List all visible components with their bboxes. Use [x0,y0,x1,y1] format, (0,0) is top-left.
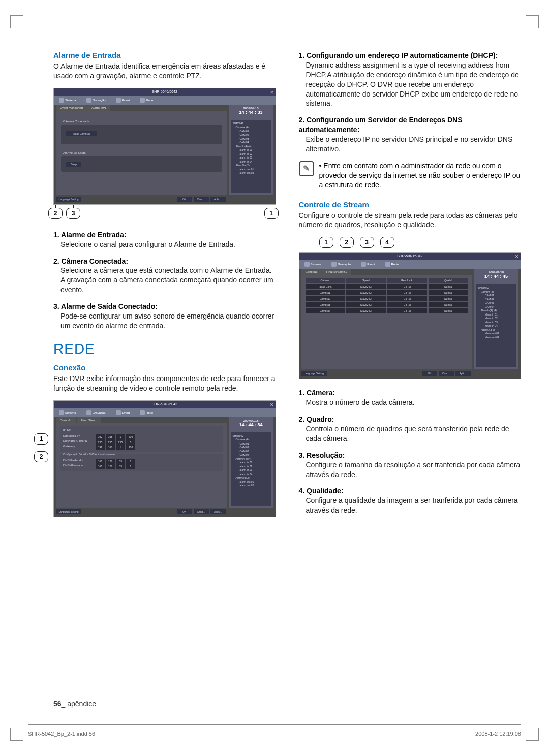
ip-oct: 200 [126,434,135,439]
th-speed: Speed [346,278,386,283]
tb-event: Event [122,99,130,102]
scr-toolbar: Sistema Gravação Event Rede SAMSUNG [54,96,276,105]
print-file: SHR-5042_Bp_2-1.indd 56 [28,731,95,737]
para-controle-stream: Configure o controle de stream pela rede… [299,211,522,230]
ip-oct: 168 [106,434,115,439]
tree-cam2: CAM 02 [478,298,514,302]
item-1-head: 1. Alarme de Entrada: [53,230,276,240]
scr-bottom-bar: Language Setting OK Canc... Aplic... [56,509,227,515]
tab-conexao: Conexão [56,417,76,423]
btn-ok: OK [422,371,437,376]
panel-alarme-saida: Alarme de Saída Beep [61,156,222,172]
td-qual: Normal [429,296,468,301]
tb-system: Sistema [311,263,322,266]
item-3-body: Pode-se configurar um aviso sonoro de em… [60,311,276,331]
th-camera: Câmera [306,278,345,283]
td-speed: (352x240) [346,302,386,307]
panel-camera-conectada: Câmera Conectada Todas Câmeras [61,125,222,144]
ip-oct: 255 [106,439,115,445]
crop-mark [526,728,539,741]
td-cam: Câmera3 [306,302,345,307]
r-item-1-head: 1. Configurando um endereço IP automatic… [299,51,522,60]
tb-record: Gravação [93,99,106,102]
ip-oct: 255 [96,439,105,445]
scr-time: 2007/09/18 14 : 44 : 33 [229,107,273,115]
lbl-dns2: DNS Alternativo [63,464,84,467]
tree-alarmout: AlarmOut(2) [233,164,269,168]
btn-apply: Aplic... [210,197,226,202]
scr-titlebar: SHR-5040/5042✕ [54,401,276,408]
tb-record: Gravação [93,411,106,414]
scr-title: SHR-5040/5042 [152,402,177,406]
callout-2c: 2 [340,237,354,248]
btn-cancel: Canc... [194,509,209,514]
event-icon [116,410,121,415]
record-icon [86,98,92,103]
heading-alarme-entrada: Alarme de Entrada [53,51,276,59]
left-column: Alarme de Entrada O Alarme de Entrada id… [28,51,276,522]
ip-panel: IP Set Endereço IP Máscara Subrede Gatew… [60,426,223,452]
tb-system: Sistema [65,99,76,102]
item-2-body: Selecione a câmera que está conectada co… [60,266,276,295]
stream-row: Câmera3 (352x240) CIF(S) Normal [306,302,469,307]
tree-ain3: alarm in 03 [233,468,269,472]
lbl-dns-hdr: Configuração Servidor DNS Automaticament… [63,453,115,456]
section-rede: REDE [53,341,276,357]
scr-toolbar: Sistema Gravação Event Rede SAMSUNG [54,408,276,417]
tree-cam4: CAM 04 [233,453,269,457]
r-item-2: 2. Configurando um Servidor de Endereços… [299,115,522,154]
crop-mark [10,728,23,741]
item-3: 3. Alarme de Saída Conectado: Pode-se co… [53,302,276,331]
scr-toolbar: Sistema Gravação Event Rede SAMSUNG [299,260,521,269]
lbl-gw: Gateway [63,445,75,448]
callout-4c: 4 [380,237,394,248]
tree-aout1: alarm out 01 [478,332,514,336]
rr-item-1-head: 1. Câmera: [299,388,522,398]
lbl-mask: Máscara Subrede [63,439,87,443]
tree-cam: Câmera (4) [233,438,269,442]
item-3-head: 3. Alarme de Saída Conectado: [53,302,276,311]
tab-event-monitoring: Event Monitoring [56,105,87,111]
tree-aout2: alarm out 02 [478,336,514,340]
scr-tabs: Event Monitoring Alarm-In#1 [56,105,111,111]
ip-oct: 168 [106,445,115,450]
tree-ain1: alarm in 01 [478,313,514,317]
tree-aout1: alarm out 01 [233,480,269,484]
callout-line [55,205,56,208]
label-camera-conectada: Câmera Conectada [63,120,89,123]
network-icon [140,410,145,415]
screenshot-event: SHR-5040/5042✕ Sistema Gravação Event Re… [53,88,276,205]
tree-cam4: CAM 04 [478,305,514,309]
tree-aout2: alarm out 02 [233,171,269,175]
callout-line [48,457,53,457]
tb-system: Sistema [65,411,76,414]
tree-alarmin: AlarmIn(4) (4) [233,145,269,149]
note-icon: ✎ [299,161,314,176]
btn-beep: Beep [66,162,81,167]
tab-final-stream: Final Stream#1 [322,269,351,275]
dns-panel: Configuração Servidor DNS Automaticament… [60,454,223,471]
td-res: CIF(S) [387,302,427,307]
tree-ain3: alarm in 03 [478,321,514,325]
td-res: CIF(S) [387,290,427,295]
td-res: CIF(S) [387,296,427,301]
tb-network: Rede [391,263,399,266]
note-body: Entre em contato com o administrador da … [319,162,521,189]
scr-clock: 14 : 44 : 34 [229,422,273,427]
network-icon [385,262,390,267]
r-item-2-body: Exibe o endereço IP no servidor DNS prin… [306,135,522,154]
tree-cam: Câmera (4) [233,125,269,130]
scr-side-panel: 2007/09/18 14 : 44 : 34 SHR5042 Câmera (… [229,417,273,508]
crop-mark [526,15,539,28]
tree-alarmin: AlarmIn(4) (4) [478,309,514,313]
lbl-ip: Endereço IP [63,434,80,437]
scr-title: SHR-5040/5042 [152,90,177,93]
scr-bottom-bar: Language Setting OK Canc... Aplic... [301,370,473,376]
callout-line [73,205,74,208]
lbl-ipmode: IP Set [63,428,71,431]
tree-root: SHR5042 [233,434,269,438]
item-2-head: 2. Câmera Conectada: [53,257,276,266]
stream-row: Câmera1 (352x240) CIF(S) Normal [306,290,469,295]
ip-oct: 0 [126,439,135,445]
page-footer: 56_ apêndice [53,700,96,708]
